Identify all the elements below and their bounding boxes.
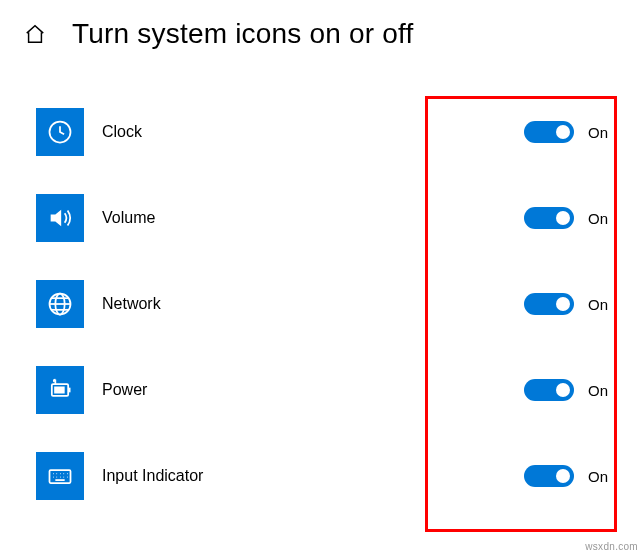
clock-icon bbox=[36, 108, 84, 156]
network-icon bbox=[36, 280, 84, 328]
item-row-input-indicator: Input Indicator On bbox=[36, 452, 622, 500]
item-label: Network bbox=[102, 295, 524, 313]
svg-rect-5 bbox=[54, 387, 64, 394]
toggle-group-power: On bbox=[524, 379, 622, 401]
toggle-group-clock: On bbox=[524, 121, 622, 143]
toggle-state-label: On bbox=[588, 296, 612, 313]
items-list: Clock On Volume On Network bbox=[22, 108, 622, 500]
item-row-power: Power On bbox=[36, 366, 622, 414]
volume-icon bbox=[36, 194, 84, 242]
toggle-group-input-indicator: On bbox=[524, 465, 622, 487]
toggle-input-indicator[interactable] bbox=[524, 465, 574, 487]
toggle-volume[interactable] bbox=[524, 207, 574, 229]
toggle-power[interactable] bbox=[524, 379, 574, 401]
power-icon bbox=[36, 366, 84, 414]
home-icon[interactable] bbox=[22, 21, 48, 47]
toggle-group-network: On bbox=[524, 293, 622, 315]
toggle-state-label: On bbox=[588, 468, 612, 485]
toggle-state-label: On bbox=[588, 124, 612, 141]
toggle-state-label: On bbox=[588, 382, 612, 399]
item-label: Clock bbox=[102, 123, 524, 141]
page-title: Turn system icons on or off bbox=[72, 18, 414, 50]
item-row-clock: Clock On bbox=[36, 108, 622, 156]
item-label: Volume bbox=[102, 209, 524, 227]
toggle-state-label: On bbox=[588, 210, 612, 227]
item-row-network: Network On bbox=[36, 280, 622, 328]
watermark-text: wsxdn.com bbox=[585, 541, 638, 552]
item-label: Power bbox=[102, 381, 524, 399]
page-header: Turn system icons on or off bbox=[22, 18, 622, 50]
svg-rect-4 bbox=[68, 388, 70, 393]
item-row-volume: Volume On bbox=[36, 194, 622, 242]
toggle-network[interactable] bbox=[524, 293, 574, 315]
keyboard-icon bbox=[36, 452, 84, 500]
toggle-clock[interactable] bbox=[524, 121, 574, 143]
item-label: Input Indicator bbox=[102, 467, 524, 485]
toggle-group-volume: On bbox=[524, 207, 622, 229]
